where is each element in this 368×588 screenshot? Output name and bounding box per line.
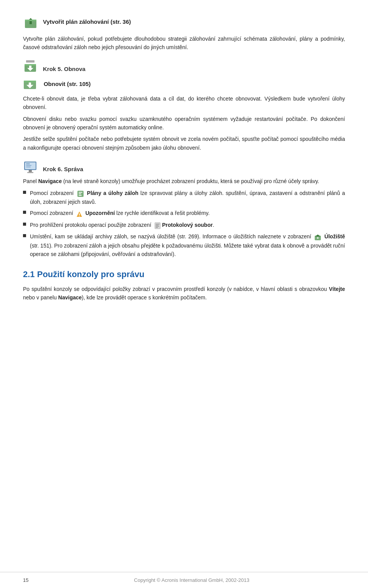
page-footer: 15 Copyright © Acronis International Gmb… — [0, 572, 368, 588]
bullet-item-4: Umístění, kam se ukládají archivy záloh,… — [23, 232, 345, 258]
bullet-square-1 — [23, 191, 26, 194]
obnovit-para3: Jestliže selže spuštění počítače nebo po… — [23, 135, 345, 152]
svg-rect-27 — [155, 223, 160, 229]
svg-rect-12 — [24, 81, 36, 83]
svg-rect-18 — [26, 165, 31, 166]
plans-tasks-icon — [77, 189, 84, 198]
bullet-square-3 — [23, 223, 26, 226]
svg-rect-3 — [25, 20, 36, 21]
vytvorit-heading: Vytvořit plán zálohování (str. 36) — [43, 18, 131, 25]
log-icon — [154, 221, 161, 230]
obnovit-heading-row: Obnovit (str. 105) — [23, 77, 345, 92]
svg-rect-19 — [26, 167, 31, 167]
page-number: 15 — [23, 577, 38, 583]
copyright-text: Copyright © Acronis International GmbH, … — [38, 577, 345, 583]
svg-rect-16 — [27, 172, 33, 173]
bullet-item-2: Pomocí zobrazení Upozornění lze rychle i… — [23, 209, 345, 218]
svg-rect-15 — [29, 170, 32, 172]
krok5-label: Krok 5. Obnova — [43, 66, 85, 72]
vytvorit-section: Vytvořit plán zálohování (str. 36) — [23, 15, 345, 31]
svg-rect-7 — [25, 64, 36, 66]
bullet-item-3: Pro prohlížení protokolu operací použijt… — [23, 221, 345, 230]
bullet-list: Pomocí zobrazení Plány a úlohy záloh lze… — [23, 189, 345, 259]
krok5-row: Krok 5. Obnova — [23, 59, 345, 74]
svg-rect-21 — [79, 192, 82, 193]
obnovit-heading: Obnovit (str. 105) — [44, 80, 91, 87]
svg-rect-29 — [156, 225, 159, 226]
svg-rect-26 — [79, 216, 80, 216]
obnovit-para2: Obnovení disku nebo svazku pomocí svazku… — [23, 115, 345, 132]
obnovit-para1: Chcete-li obnovit data, je třeba vybrat … — [23, 94, 345, 112]
svg-rect-22 — [79, 193, 81, 194]
page-content: Vytvořit plán zálohování (str. 36) Vytvo… — [0, 0, 368, 572]
svg-rect-34 — [317, 237, 319, 239]
management-icon — [23, 159, 38, 175]
krok6-row: Krok 6. Správa — [23, 159, 345, 175]
svg-rect-2 — [30, 21, 32, 24]
svg-rect-8 — [26, 60, 34, 63]
backup-plan-icon — [23, 15, 38, 31]
vault-icon — [314, 233, 321, 241]
svg-rect-31 — [156, 227, 158, 228]
section21-title: 2.1 Použití konzoly pro správu — [23, 269, 345, 279]
svg-marker-33 — [315, 235, 320, 236]
svg-rect-17 — [26, 164, 30, 164]
section21-body: Po spuštění konzoly se odpovídající polo… — [23, 285, 345, 302]
restore-icon — [23, 59, 38, 74]
svg-rect-30 — [156, 226, 159, 227]
sprava-para1: Panel Navigace (na levé straně konzoly) … — [23, 177, 345, 185]
bullet-square-2 — [23, 211, 26, 214]
bullet-item-1: Pomocí zobrazení Plány a úlohy záloh lze… — [23, 189, 345, 206]
obnovit-icon — [23, 77, 38, 92]
svg-rect-23 — [79, 195, 82, 196]
bullet-square-4 — [23, 234, 26, 237]
svg-rect-28 — [156, 224, 159, 225]
krok6-label: Krok 6. Správa — [43, 166, 83, 172]
svg-rect-25 — [79, 213, 80, 215]
alerts-icon — [76, 209, 83, 218]
vytvorit-body: Vytvořte plán zálohování, pokud potřebuj… — [23, 35, 345, 52]
